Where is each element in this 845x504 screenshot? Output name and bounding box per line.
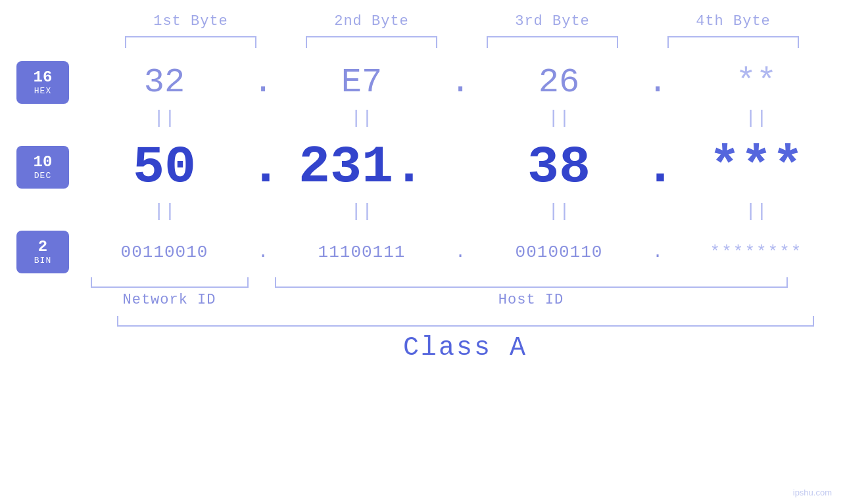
bin-badge-number: 2	[38, 239, 47, 256]
byte1-header: 1st Byte	[118, 13, 263, 30]
hex-badge-label: HEX	[34, 86, 51, 96]
hex-badge: 16 HEX	[16, 61, 69, 104]
eq5: ||	[92, 201, 237, 221]
byte1-top-bracket	[125, 36, 256, 48]
eq3: ||	[487, 108, 631, 128]
dec-values-row: 50 . 231. 38 . ***	[85, 137, 835, 197]
eq7: ||	[487, 201, 631, 221]
host-id-bracket	[275, 277, 788, 288]
byte2-top-bracket	[306, 36, 437, 48]
hex-badge-number: 16	[34, 69, 53, 86]
dec-dot1: .	[250, 137, 281, 197]
dec-badge-label: DEC	[34, 171, 51, 181]
bin-byte1: 00110010	[121, 242, 208, 262]
bin-byte4: ********	[710, 242, 803, 262]
byte2-header: 2nd Byte	[299, 13, 444, 30]
dec-byte3: 38	[527, 137, 591, 197]
dec-badge-number: 10	[34, 154, 53, 171]
byte3-header: 3rd Byte	[480, 13, 625, 30]
bin-badge: 2 BIN	[16, 231, 69, 273]
dec-byte1: 50	[133, 137, 196, 197]
eq4: ||	[684, 108, 829, 128]
dec-byte4: ***	[709, 137, 804, 197]
full-bottom-bracket	[117, 316, 814, 327]
byte4-header: 4th Byte	[661, 13, 806, 30]
bin-byte3: 00100110	[516, 242, 603, 262]
dec-badge: 10 DEC	[16, 146, 69, 189]
dec-byte2: 231.	[299, 137, 425, 197]
network-id-bracket	[91, 277, 249, 288]
hex-byte4: **	[736, 63, 777, 102]
hex-byte3: 26	[539, 63, 579, 102]
dec-bin-equals-row: || || || ||	[85, 201, 835, 221]
class-label: Class A	[403, 333, 527, 363]
hex-byte2: E7	[341, 63, 382, 102]
hex-dot2: .	[450, 63, 470, 102]
bin-values-row: 00110010 . 11100111 . 00100110 . *******…	[85, 242, 835, 262]
host-id-label: Host ID	[275, 292, 788, 308]
watermark: ipshu.com	[793, 488, 832, 497]
hex-byte1: 32	[144, 63, 185, 102]
network-id-label: Network ID	[91, 292, 249, 308]
bin-dot1: .	[258, 242, 268, 262]
bin-dot2: .	[455, 242, 466, 262]
eq6: ||	[289, 201, 434, 221]
byte4-top-bracket	[667, 36, 799, 48]
bin-badge-label: BIN	[34, 256, 51, 265]
hex-dec-equals-row: || || || ||	[85, 108, 835, 128]
eq2: ||	[289, 108, 434, 128]
bin-dot3: .	[652, 242, 663, 262]
hex-dot3: .	[647, 63, 667, 102]
dec-dot3: .	[644, 137, 676, 197]
eq1: ||	[92, 108, 237, 128]
eq8: ||	[684, 201, 829, 221]
byte3-top-bracket	[487, 36, 618, 48]
bin-byte2: 11100111	[318, 242, 406, 262]
hex-dot1: .	[253, 63, 273, 102]
hex-values-row: 32 . E7 . 26 . **	[85, 63, 835, 102]
